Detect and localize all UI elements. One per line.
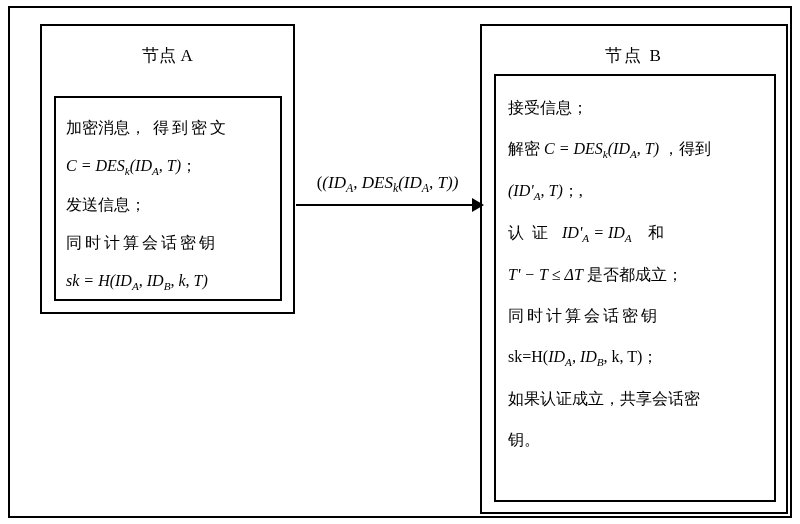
- node-a-line2-post: (ID: [130, 157, 152, 174]
- node-b-line3-end: , T): [540, 182, 562, 199]
- node-a-line5: sk = H(IDA, IDB, k, T): [66, 265, 270, 298]
- node-b-line3-cjk: ；,: [563, 182, 583, 199]
- outer-frame: 节点 A 加密消息， 得到密文 C = DESk(IDA, T)； 发送信息； …: [8, 6, 792, 518]
- node-a-line2-end: ；: [181, 157, 197, 174]
- node-b-line7c: k, T)；: [608, 348, 659, 365]
- node-a-line1b: 得到密文: [146, 119, 229, 136]
- node-b-line2a: 解密: [508, 140, 544, 157]
- arrow-line: [296, 204, 478, 206]
- node-b-line1: 接受信息；: [508, 90, 762, 125]
- arrow-label: ((IDA, DESk(IDA, T)): [300, 173, 475, 196]
- node-b-line2b: C = DES: [544, 140, 603, 157]
- node-b-line8: 如果认证成立，共享会话密: [508, 381, 762, 416]
- node-b-line7b-mid: , ID: [572, 348, 597, 365]
- node-a-box: 节点 A 加密消息， 得到密文 C = DESk(IDA, T)； 发送信息； …: [40, 24, 295, 314]
- node-b-line2b-post2: , T): [637, 140, 659, 157]
- arrow-sub3: A: [422, 181, 429, 195]
- node-a-line5-mid: , ID: [139, 272, 164, 289]
- node-a-line2-c: C = DES: [66, 157, 125, 174]
- node-b-line5: T' − T ≤ ΔT 是否都成立；: [508, 257, 762, 292]
- arrow-l2: (ID: [322, 173, 346, 192]
- node-a-line5a: sk = H(ID: [66, 272, 132, 289]
- node-b-line2b-sub2: A: [630, 148, 637, 160]
- node-a-line1a: 加密消息，: [66, 119, 146, 136]
- arrow-end: , T)): [429, 173, 458, 192]
- node-b-line4a: 认 证: [508, 224, 550, 241]
- node-b-line4b-mid: = ID: [589, 224, 625, 241]
- node-b-line9: 钥。: [508, 422, 762, 457]
- node-a-content: 加密消息， 得到密文 C = DESk(IDA, T)； 发送信息； 同时计算会…: [54, 96, 282, 301]
- node-b-line4b: ID': [562, 224, 582, 241]
- node-b-line7b-sub: A: [565, 356, 572, 368]
- arrow-mid: , DES: [353, 173, 393, 192]
- node-a-line1: 加密消息， 得到密文: [66, 112, 270, 144]
- node-b-line5a: T' − T ≤ ΔT: [508, 266, 583, 283]
- node-b-line4b-sub2: A: [625, 232, 632, 244]
- node-b-content: 接受信息； 解密 C = DESk(IDA, T) ，得到 (ID'A, T)；…: [494, 74, 776, 502]
- node-a-line2: C = DESk(IDA, T)；: [66, 150, 270, 183]
- node-a-line4: 同时计算会话密钥: [66, 227, 270, 259]
- node-b-line7b-sub2: B: [597, 356, 604, 368]
- node-b-line3: (ID'A, T)；,: [508, 173, 762, 209]
- node-b-line3a: (ID': [508, 182, 534, 199]
- node-b-line7b: ID: [548, 348, 565, 365]
- node-b-line2c: ，得到: [659, 140, 711, 157]
- node-b-title: 节点 B: [482, 44, 786, 67]
- node-a-line5-sub1: A: [132, 280, 139, 292]
- node-b-line4: 认 证 ID'A = IDA 和: [508, 215, 762, 251]
- node-a-line2-sub2: A: [152, 165, 159, 177]
- node-b-box: 节点 B 接受信息； 解密 C = DESk(IDA, T) ，得到 (ID'A…: [480, 24, 788, 514]
- node-b-line7: sk=H(IDA, IDB, k, T)；: [508, 339, 762, 375]
- node-a-line2-post2: , T): [159, 157, 181, 174]
- node-a-title: 节点 A: [42, 44, 293, 67]
- arrow-mid2: (ID: [398, 173, 422, 192]
- node-b-line4c: 和: [648, 224, 664, 241]
- node-b-line2: 解密 C = DESk(IDA, T) ，得到: [508, 131, 762, 167]
- node-a-line3: 发送信息；: [66, 189, 270, 221]
- node-b-line2b-post: (ID: [608, 140, 630, 157]
- node-b-line7a: sk=H(: [508, 348, 548, 365]
- node-b-line5b: 是否都成立；: [583, 266, 683, 283]
- node-b-line6: 同时计算会话密钥: [508, 298, 762, 333]
- node-a-line5-post: , k, T): [170, 272, 207, 289]
